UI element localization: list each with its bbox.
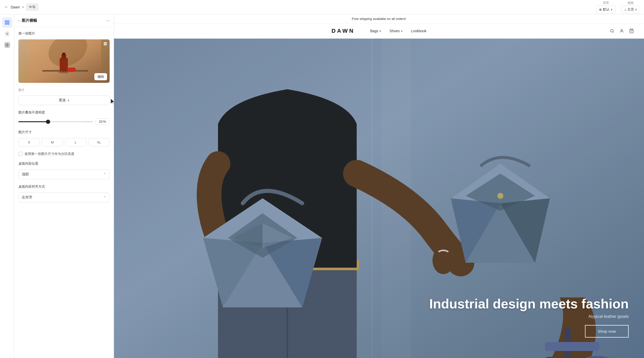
background-group: 背景 ⊕ 默认 ∨: [596, 1, 615, 13]
size-selector[interactable]: 中等: [26, 4, 38, 11]
globe-icon: ⊕: [599, 8, 602, 12]
icon-sidebar: [0, 14, 14, 358]
opacity-slider-track[interactable]: [18, 121, 93, 122]
slider-fill: [18, 121, 48, 122]
background-value: 默认: [603, 7, 610, 12]
opacity-section: 图片叠加不透明度 20 %: [18, 110, 110, 125]
nav-lookbook-label: Lookbook: [411, 29, 427, 33]
desktop-align-label: 桌面内容对齐方式: [18, 184, 110, 189]
slider-thumb[interactable]: [46, 120, 50, 124]
nav-lookbook[interactable]: Lookbook: [411, 29, 427, 33]
store-announcement: Free shipping available on all orders!: [114, 14, 644, 24]
top-bar-left: ← Dawn ∨ 中等: [4, 4, 593, 11]
svg-point-19: [621, 29, 623, 31]
position-chevron: ⌃: [103, 172, 106, 176]
checkbox-row: 使用第一张图片尺寸作为分区高度: [18, 152, 110, 156]
opacity-label: 图片叠加不透明度: [18, 110, 110, 115]
image-sub-label: 图片: [18, 88, 110, 92]
desktop-position-select[interactable]: 顶部 ⌃: [18, 170, 110, 179]
size-M-button[interactable]: M: [42, 138, 63, 147]
svg-rect-6: [7, 43, 9, 45]
cursor-area: 更改 ∨: [18, 95, 110, 105]
nav-shoes-arrow: ∨: [401, 29, 403, 33]
cursor-indicator: [109, 98, 114, 107]
desktop-align-section: 桌面内容对齐方式 左对齐 ⌃: [18, 184, 110, 202]
template-group: 模板 ⌂ 主页 ∨: [622, 1, 640, 13]
use-first-image-label: 使用第一张图片尺寸作为分区高度: [25, 152, 74, 156]
nav-shoes[interactable]: Shoes ∨: [389, 29, 403, 33]
nav-bags-label: Bags: [370, 29, 378, 33]
svg-point-18: [611, 29, 613, 32]
app-name-chevron[interactable]: ∨: [22, 5, 24, 9]
size-buttons: S M L XL: [18, 138, 110, 147]
back-button[interactable]: ←: [4, 4, 9, 10]
size-S-button[interactable]: S: [18, 138, 40, 147]
template-label: 模板: [628, 1, 634, 5]
opacity-slider-row: 20 %: [18, 118, 110, 125]
hero-title: Industrial design meets fashion: [429, 297, 629, 311]
slider-dots: [83, 121, 93, 122]
top-bar-right: 背景 ⊕ 默认 ∨ 模板 ⌂ 主页 ∨: [596, 1, 640, 13]
home-icon: ⌂: [624, 8, 626, 12]
first-image-label: 第一张图片: [18, 31, 110, 36]
image-section: 图片 更改 ∨: [18, 88, 110, 105]
svg-rect-2: [5, 23, 7, 25]
svg-rect-1: [7, 21, 9, 22]
search-icon[interactable]: [610, 29, 614, 33]
template-chevron: ∨: [635, 8, 637, 11]
opacity-value-input[interactable]: 20 %: [95, 118, 110, 125]
use-first-image-checkbox[interactable]: [18, 152, 22, 156]
sidebar-item-layers[interactable]: [2, 17, 12, 28]
change-button-label: 更改: [59, 98, 66, 103]
svg-rect-8: [7, 45, 9, 47]
svg-rect-12: [60, 58, 68, 71]
opacity-number: 20: [99, 120, 102, 124]
svg-rect-7: [5, 45, 7, 47]
svg-point-17: [59, 71, 69, 73]
nav-bags-arrow: ∨: [379, 29, 381, 33]
panel-back-button[interactable]: ‹: [18, 19, 20, 23]
main-layout: ‹ 图片横幅 ··· 第一张图片: [0, 14, 644, 358]
nav-bags[interactable]: Bags ∨: [370, 29, 381, 33]
svg-point-4: [6, 33, 8, 35]
change-image-button[interactable]: 更改 ∨: [18, 95, 110, 105]
sidebar-item-blocks[interactable]: [2, 40, 12, 50]
background-dropdown[interactable]: ⊕ 默认 ∨: [596, 6, 615, 13]
panel-title: 图片横幅: [22, 18, 37, 23]
first-image-section: 第一张图片: [18, 31, 110, 83]
preview-frame: Free shipping available on all orders! D…: [114, 14, 644, 358]
opacity-percent: %: [103, 120, 106, 124]
top-bar: ← Dawn ∨ 中等 背景 ⊕ 默认 ∨ 模板 ⌂ 主页 ∨: [0, 0, 644, 14]
hero-subtitle: Atypical leather goods: [429, 314, 629, 319]
size-XL-button[interactable]: XL: [88, 138, 110, 147]
app-name[interactable]: Dawn: [11, 5, 20, 9]
cursor-svg: [109, 98, 114, 106]
svg-rect-5: [5, 43, 7, 45]
template-value: 主页: [627, 7, 634, 12]
announcement-text: Free shipping available on all orders!: [352, 17, 406, 21]
store-nav-links: Bags ∨ Shoes ∨ Lookbook: [370, 29, 426, 33]
edit-image-button[interactable]: 编辑: [94, 73, 107, 80]
hero-content: Industrial design meets fashion Atypical…: [429, 297, 629, 338]
cart-icon[interactable]: [629, 29, 634, 33]
desktop-position-value: 顶部: [22, 172, 29, 177]
store-logo: DAWN: [331, 28, 355, 34]
desktop-position-label: 桌面内容位置: [18, 161, 110, 166]
size-section: 图片尺寸 S M L XL: [18, 130, 110, 147]
account-icon[interactable]: [619, 29, 624, 33]
desktop-position-section: 桌面内容位置 顶部 ⌃: [18, 161, 110, 179]
panel-header-left: ‹ 图片横幅: [18, 18, 37, 23]
template-dropdown[interactable]: ⌂ 主页 ∨: [622, 6, 640, 13]
panel-more-button[interactable]: ···: [106, 18, 110, 23]
storage-icon: [103, 41, 108, 47]
image-preview: 编辑: [18, 39, 110, 83]
desktop-align-value: 左对齐: [22, 195, 32, 200]
checkbox-section: 使用第一张图片尺寸作为分区高度: [18, 152, 110, 156]
desktop-align-select[interactable]: 左对齐 ⌃: [18, 193, 110, 202]
hero-section: Industrial design meets fashion Atypical…: [114, 39, 644, 358]
preview-area: Free shipping available on all orders! D…: [114, 14, 644, 358]
hero-cta-button[interactable]: Shop now: [585, 325, 629, 338]
nav-right-icons: [610, 29, 634, 33]
sidebar-item-settings[interactable]: [2, 29, 12, 39]
size-L-button[interactable]: L: [65, 138, 86, 147]
